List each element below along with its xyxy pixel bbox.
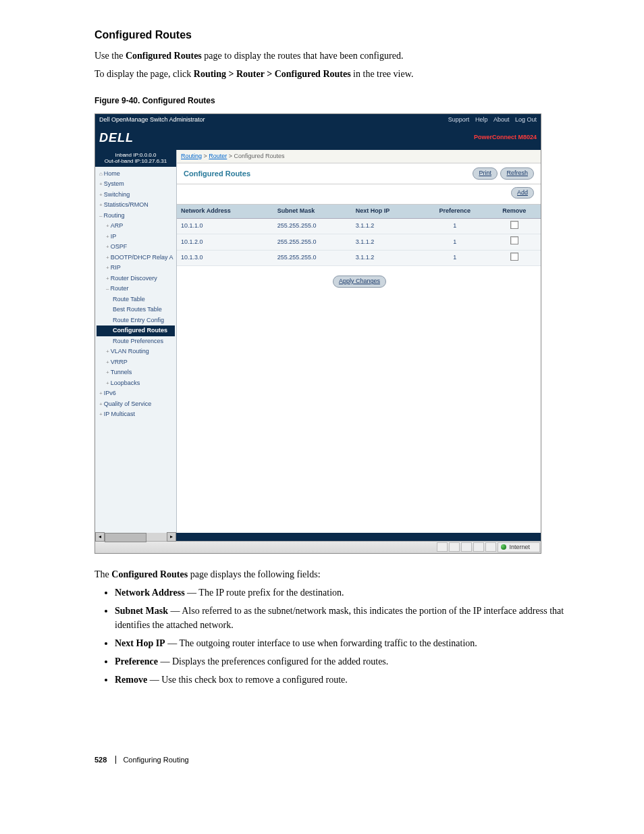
link-help[interactable]: Help — [475, 116, 488, 123]
brand-bar: DELL PowerConnect M8024 — [95, 126, 541, 150]
bc-routing[interactable]: Routing — [181, 153, 202, 159]
field-item: Preference — Displays the preferences co… — [115, 654, 576, 669]
nav-ipmulticast[interactable]: +IP Multicast — [97, 409, 175, 420]
nav-route-entry[interactable]: Route Entry Config — [97, 315, 175, 326]
content-panel: Routing > Router > Configured Routes Con… — [177, 150, 541, 533]
sidebar-scrollbar[interactable]: ◂ ▸ — [95, 533, 176, 541]
status-cell — [473, 542, 484, 552]
intro-paragraph-2: To display the page, click Routing > Rou… — [95, 67, 576, 81]
field-item: Remove — Use this check box to remove a … — [115, 673, 576, 687]
nav-tree: ⌂Home +System +Switching +Statistics/RMO… — [95, 167, 176, 422]
nav-tunnels[interactable]: +Tunnels — [97, 367, 175, 378]
field-item: Next Hop IP — The outgoing router interf… — [115, 636, 576, 650]
nav-qos[interactable]: +Quality of Service — [97, 399, 175, 410]
nav-arp[interactable]: +ARP — [97, 221, 175, 232]
fields-list: Network Address — The IP route prefix fo… — [115, 585, 576, 687]
nav-stats[interactable]: +Statistics/RMON — [97, 200, 175, 211]
nav-best-routes[interactable]: Best Routes Table — [97, 305, 175, 315]
status-cell — [485, 542, 496, 552]
nav-ipv6[interactable]: +IPv6 — [97, 388, 175, 399]
status-internet: Internet — [498, 542, 540, 553]
ip-info: Inband IP:0.0.0.0 Out-of-band IP:10.27.6… — [95, 150, 176, 167]
section-heading: Configured Routes — [95, 27, 576, 43]
page-number: 528 — [95, 756, 107, 764]
scroll-left-icon[interactable]: ◂ — [95, 532, 105, 542]
window-title: Dell OpenManage Switch Administrator — [99, 115, 205, 125]
globe-icon — [501, 544, 506, 550]
nav-system[interactable]: +System — [97, 179, 175, 190]
th-next-hop: Next Hop IP — [352, 205, 422, 218]
dell-logo: DELL — [99, 129, 134, 147]
nav-home[interactable]: ⌂Home — [97, 169, 175, 180]
figure-caption: Figure 9-40. Configured Routes — [95, 95, 576, 107]
routes-table: Network Address Subnet Mask Next Hop IP … — [177, 205, 541, 266]
link-logout[interactable]: Log Out — [515, 116, 537, 123]
status-cell — [437, 542, 448, 552]
page-footer: 528 Configuring Routing — [95, 754, 576, 766]
remove-checkbox[interactable] — [510, 221, 518, 229]
table-row: 10.1.3.0 255.255.255.0 3.1.1.2 1 — [177, 250, 541, 266]
th-preference: Preference — [422, 205, 488, 218]
status-bar: Internet — [95, 541, 541, 554]
table-row: 10.1.2.0 255.255.255.0 3.1.1.2 1 — [177, 234, 541, 251]
title-bar: Dell OpenManage Switch Administrator Sup… — [95, 114, 541, 126]
intro-paragraph-1: Use the Configured Routes page to displa… — [95, 49, 576, 63]
nav-switching[interactable]: +Switching — [97, 190, 175, 201]
th-remove: Remove — [488, 205, 541, 218]
nav-vlan-routing[interactable]: +VLAN Routing — [97, 346, 175, 357]
nav-router[interactable]: –Router — [97, 284, 175, 294]
nav-bootp[interactable]: +BOOTP/DHCP Relay A — [97, 253, 175, 263]
link-support[interactable]: Support — [448, 116, 470, 123]
bc-router[interactable]: Router — [209, 153, 227, 159]
nav-route-table[interactable]: Route Table — [97, 294, 175, 305]
status-cell — [461, 542, 472, 552]
print-button[interactable]: Print — [473, 167, 498, 180]
nav-routing[interactable]: –Routing — [97, 211, 175, 221]
product-name: PowerConnect M8024 — [474, 133, 537, 142]
nav-ip[interactable]: +IP — [97, 232, 175, 242]
table-row: 10.1.1.0 255.255.255.0 3.1.1.2 1 — [177, 218, 541, 234]
scroll-right-icon[interactable]: ▸ — [167, 532, 176, 542]
titlebar-links: Support Help About Log Out — [444, 115, 537, 125]
nav-rip[interactable]: +RIP — [97, 263, 175, 273]
th-subnet-mask: Subnet Mask — [273, 205, 352, 218]
remove-checkbox[interactable] — [510, 236, 518, 244]
link-about[interactable]: About — [493, 116, 510, 123]
panel-title: Configured Routes — [184, 168, 250, 180]
add-button[interactable]: Add — [511, 187, 534, 199]
panel-header: Configured Routes Print Refresh — [177, 163, 541, 184]
nav-route-prefs[interactable]: Route Preferences — [97, 336, 175, 347]
nav-configured-routes[interactable]: Configured Routes — [97, 325, 175, 336]
nav-router-discovery[interactable]: +Router Discovery — [97, 273, 175, 284]
footer-section: Configuring Routing — [123, 756, 188, 764]
app-screenshot: Dell OpenManage Switch Administrator Sup… — [95, 113, 541, 554]
nav-ospf[interactable]: +OSPF — [97, 242, 175, 253]
refresh-button[interactable]: Refresh — [500, 167, 534, 180]
fields-lead: The Configured Routes page displays the … — [95, 567, 576, 581]
bc-current: Configured Routes — [234, 153, 285, 159]
field-item: Subnet Mask — Also referred to as the su… — [115, 604, 576, 632]
horizontal-scrollbar-area: ◂ ▸ — [95, 533, 541, 541]
sidebar: Inband IP:0.0.0.0 Out-of-band IP:10.27.6… — [95, 150, 177, 533]
apply-changes-button[interactable]: Apply Changes — [333, 276, 386, 288]
nav-vrrp[interactable]: +VRRP — [97, 357, 175, 368]
breadcrumb: Routing > Router > Configured Routes — [177, 150, 541, 164]
nav-loopbacks[interactable]: +Loopbacks — [97, 378, 175, 389]
status-cell — [449, 542, 460, 552]
field-item: Network Address — The IP route prefix fo… — [115, 585, 576, 600]
th-network-address: Network Address — [177, 205, 273, 218]
remove-checkbox[interactable] — [510, 253, 518, 261]
